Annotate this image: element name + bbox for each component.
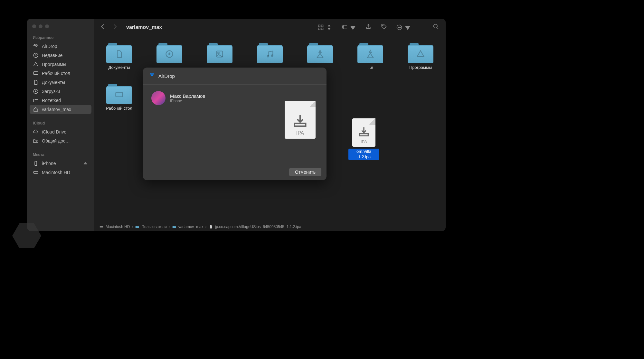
sidebar-section-locations: Места iPhone Macintosh HD — [27, 151, 94, 177]
folder-icon — [207, 42, 232, 63]
file-label: om.Villa .1.2.ipa — [348, 149, 379, 160]
file-icon — [209, 225, 213, 229]
svg-point-17 — [398, 27, 399, 28]
sidebar-item-icloud-drive[interactable]: iCloud Drive — [27, 127, 94, 136]
path-segment[interactable]: varlamov_max — [172, 225, 204, 229]
folder-downloads[interactable] — [154, 42, 185, 70]
group-button[interactable] — [341, 24, 356, 31]
sidebar-section-favorites: Избранное AirDrop Недавние Программы Раб… — [27, 34, 94, 114]
path-segment[interactable]: Macintosh HD — [99, 225, 130, 229]
sidebar-item-recents[interactable]: Недавние — [27, 51, 94, 60]
folder-pictures[interactable] — [204, 42, 235, 70]
file-label: Программы — [409, 65, 432, 70]
sidebar-item-shared[interactable]: Общий дос… — [27, 136, 94, 145]
file-ipa[interactable]: IPA om.Villa .1.2.ipa — [348, 118, 379, 160]
svg-point-25 — [271, 55, 273, 56]
folder-applications[interactable]: Программы — [405, 42, 436, 70]
folder-documents[interactable]: Документы — [104, 42, 135, 70]
traffic-lights — [27, 22, 94, 34]
sidebar-item-desktop[interactable]: Рабочий стол — [27, 69, 94, 78]
svg-point-0 — [35, 46, 37, 47]
sidebar-item-home[interactable]: varlamov_max — [30, 105, 91, 114]
chevron-right-icon: › — [205, 225, 207, 229]
toolbar: varlamov_max — [94, 19, 446, 36]
clock-icon — [33, 52, 39, 58]
file-extension: IPA — [361, 139, 367, 144]
folder-movies[interactable]: ...е — [355, 42, 386, 70]
close-button[interactable] — [32, 24, 36, 28]
device-icon — [33, 161, 39, 166]
file-label: ...е — [367, 65, 373, 70]
disk-icon — [99, 225, 104, 229]
svg-rect-6 — [33, 171, 38, 173]
document-icon — [33, 79, 39, 85]
window-title: varlamov_max — [126, 24, 315, 30]
sidebar-item-label: Недавние — [42, 53, 62, 58]
maximize-button[interactable] — [45, 24, 49, 28]
cloud-icon — [33, 129, 39, 135]
disk-icon — [33, 170, 39, 175]
action-menu-button[interactable] — [396, 24, 411, 31]
search-icon[interactable] — [433, 23, 439, 31]
home-icon — [33, 106, 39, 112]
forward-button[interactable] — [113, 23, 117, 31]
svg-point-4 — [36, 141, 37, 142]
svg-rect-11 — [342, 25, 344, 26]
share-icon[interactable] — [365, 23, 372, 31]
folder-icon — [357, 42, 383, 63]
path-segment[interactable]: jp.co.capcom.VillageUSios_6450980545_1.1… — [209, 225, 301, 229]
sidebar-item-rozetked[interactable]: Rozetked — [27, 96, 94, 105]
sidebar-item-label: Rozetked — [42, 98, 61, 103]
airdrop-dialog: AirDrop Макс Варламов iPhone IPA Отменит… — [143, 68, 327, 180]
dialog-body: Макс Варламов iPhone IPA — [143, 85, 327, 164]
path-label: jp.co.capcom.VillageUSios_6450980545_1.1… — [215, 225, 301, 229]
path-label: varlamov_max — [178, 225, 204, 229]
sidebar-item-documents[interactable]: Документы — [27, 78, 94, 87]
airdrop-icon — [149, 72, 155, 80]
sidebar-item-applications[interactable]: Программы — [27, 60, 94, 69]
recipient-info: Макс Варламов iPhone — [170, 93, 205, 103]
folder-icon — [172, 225, 176, 229]
svg-rect-26 — [116, 92, 123, 97]
folder-icon — [106, 42, 132, 63]
folder-desktop[interactable]: Рабочий стол — [104, 83, 135, 111]
file-preview: IPA — [285, 101, 316, 141]
svg-rect-10 — [321, 28, 323, 30]
back-button[interactable] — [100, 23, 105, 31]
recipient-name: Макс Варламов — [170, 93, 205, 99]
svg-point-20 — [434, 24, 438, 28]
sidebar-item-macintosh-hd[interactable]: Macintosh HD — [27, 168, 94, 177]
sidebar-item-label: AirDrop — [42, 44, 57, 49]
sidebar-header: Избранное — [27, 34, 94, 41]
svg-point-15 — [382, 25, 383, 26]
view-icons-button[interactable] — [317, 24, 332, 31]
cancel-button[interactable]: Отменить — [289, 168, 321, 176]
sidebar-item-iphone[interactable]: iPhone — [27, 159, 94, 168]
folder-icon — [106, 83, 132, 104]
apps-icon — [33, 61, 39, 67]
avatar — [151, 91, 166, 105]
sidebar-item-airdrop[interactable]: AirDrop — [27, 42, 94, 51]
dialog-header: AirDrop — [143, 68, 327, 85]
folder-public[interactable] — [305, 42, 336, 70]
svg-rect-30 — [295, 124, 306, 126]
tag-icon[interactable] — [381, 23, 387, 31]
svg-point-29 — [151, 75, 153, 76]
file-extension: IPA — [296, 130, 304, 136]
folder-music[interactable] — [254, 42, 285, 70]
svg-rect-5 — [35, 161, 37, 166]
eject-icon[interactable] — [82, 161, 88, 166]
path-segment[interactable]: Пользователи — [135, 225, 166, 229]
minimize-button[interactable] — [39, 24, 43, 28]
sidebar-item-label: Macintosh HD — [42, 170, 70, 175]
path-label: Пользователи — [141, 225, 166, 229]
svg-rect-8 — [321, 25, 323, 27]
sidebar-item-downloads[interactable]: Загрузки — [27, 87, 94, 96]
file-label: Рабочий стол — [106, 106, 132, 111]
sidebar-item-label: iCloud Drive — [42, 129, 66, 134]
dialog-title: AirDrop — [158, 73, 175, 79]
sidebar-header: iCloud — [27, 120, 94, 127]
sidebar: Избранное AirDrop Недавние Программы Раб… — [27, 19, 94, 231]
svg-rect-9 — [318, 28, 320, 30]
svg-point-23 — [218, 52, 219, 54]
